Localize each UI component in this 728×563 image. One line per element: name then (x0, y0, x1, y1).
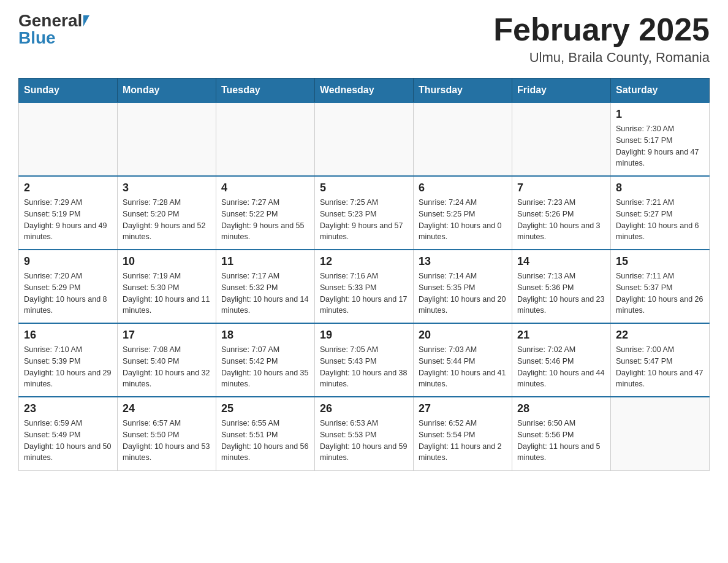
day-number: 22 (616, 329, 704, 342)
calendar-cell (118, 102, 216, 176)
week-row-2: 2Sunrise: 7:29 AMSunset: 5:19 PMDaylight… (19, 176, 710, 250)
header: General Blue February 2025 Ulmu, Braila … (18, 12, 710, 66)
day-number: 16 (24, 329, 112, 342)
day-number: 5 (320, 182, 408, 194)
calendar-cell: 22Sunrise: 7:00 AMSunset: 5:47 PMDayligh… (611, 323, 710, 397)
day-number: 19 (320, 329, 408, 342)
calendar-cell: 15Sunrise: 7:11 AMSunset: 5:37 PMDayligh… (611, 250, 710, 323)
day-info: Sunrise: 7:07 AMSunset: 5:42 PMDaylight:… (221, 344, 309, 390)
day-number: 18 (221, 329, 309, 342)
calendar-cell: 24Sunrise: 6:57 AMSunset: 5:50 PMDayligh… (118, 397, 216, 470)
calendar-cell: 10Sunrise: 7:19 AMSunset: 5:30 PMDayligh… (118, 250, 216, 323)
day-number: 14 (517, 255, 605, 268)
calendar-cell: 17Sunrise: 7:08 AMSunset: 5:40 PMDayligh… (118, 323, 216, 397)
calendar-table: SundayMondayTuesdayWednesdayThursdayFrid… (18, 78, 710, 471)
logo: General Blue (18, 12, 89, 47)
day-info: Sunrise: 7:25 AMSunset: 5:23 PMDaylight:… (320, 197, 408, 243)
calendar-cell: 27Sunrise: 6:52 AMSunset: 5:54 PMDayligh… (414, 397, 512, 470)
day-info: Sunrise: 7:14 AMSunset: 5:35 PMDaylight:… (419, 270, 507, 316)
calendar-cell: 4Sunrise: 7:27 AMSunset: 5:22 PMDaylight… (216, 176, 315, 250)
calendar-cell (315, 102, 414, 176)
day-number: 27 (419, 402, 507, 415)
day-info: Sunrise: 7:02 AMSunset: 5:46 PMDaylight:… (517, 344, 605, 390)
calendar-cell: 12Sunrise: 7:16 AMSunset: 5:33 PMDayligh… (315, 250, 414, 323)
calendar-cell: 6Sunrise: 7:24 AMSunset: 5:25 PMDaylight… (414, 176, 512, 250)
day-info: Sunrise: 7:08 AMSunset: 5:40 PMDaylight:… (123, 344, 211, 390)
day-number: 1 (616, 108, 704, 121)
day-number: 13 (419, 255, 507, 268)
day-header-wednesday: Wednesday (315, 79, 414, 103)
calendar-cell (19, 102, 118, 176)
calendar-cell: 11Sunrise: 7:17 AMSunset: 5:32 PMDayligh… (216, 250, 315, 323)
calendar-cell (512, 102, 611, 176)
title-area: February 2025 Ulmu, Braila County, Roman… (493, 12, 710, 66)
calendar-cell: 20Sunrise: 7:03 AMSunset: 5:44 PMDayligh… (414, 323, 512, 397)
calendar-subtitle: Ulmu, Braila County, Romania (493, 50, 710, 66)
day-info: Sunrise: 7:16 AMSunset: 5:33 PMDaylight:… (320, 270, 408, 316)
day-info: Sunrise: 7:05 AMSunset: 5:43 PMDaylight:… (320, 344, 408, 390)
calendar-cell: 5Sunrise: 7:25 AMSunset: 5:23 PMDaylight… (315, 176, 414, 250)
day-info: Sunrise: 7:21 AMSunset: 5:27 PMDaylight:… (616, 197, 704, 243)
calendar-cell: 8Sunrise: 7:21 AMSunset: 5:27 PMDaylight… (611, 176, 710, 250)
day-info: Sunrise: 7:29 AMSunset: 5:19 PMDaylight:… (24, 197, 112, 243)
calendar-cell (414, 102, 512, 176)
calendar-cell: 3Sunrise: 7:28 AMSunset: 5:20 PMDaylight… (118, 176, 216, 250)
day-info: Sunrise: 6:52 AMSunset: 5:54 PMDaylight:… (419, 418, 507, 464)
day-info: Sunrise: 7:20 AMSunset: 5:29 PMDaylight:… (24, 270, 112, 316)
logo-blue-text: Blue (18, 29, 56, 47)
calendar-title: February 2025 (493, 12, 710, 47)
day-number: 17 (123, 329, 211, 342)
day-number: 2 (24, 182, 112, 194)
day-number: 21 (517, 329, 605, 342)
day-info: Sunrise: 6:57 AMSunset: 5:50 PMDaylight:… (123, 418, 211, 464)
calendar-cell (216, 102, 315, 176)
calendar-cell: 18Sunrise: 7:07 AMSunset: 5:42 PMDayligh… (216, 323, 315, 397)
day-number: 10 (123, 255, 211, 268)
day-info: Sunrise: 7:00 AMSunset: 5:47 PMDaylight:… (616, 344, 704, 390)
day-info: Sunrise: 6:53 AMSunset: 5:53 PMDaylight:… (320, 418, 408, 464)
calendar-cell: 14Sunrise: 7:13 AMSunset: 5:36 PMDayligh… (512, 250, 611, 323)
day-header-saturday: Saturday (611, 79, 710, 103)
day-number: 26 (320, 402, 408, 415)
logo-triangle-icon (83, 15, 89, 26)
day-number: 24 (123, 402, 211, 415)
day-info: Sunrise: 7:30 AMSunset: 5:17 PMDaylight:… (616, 123, 704, 169)
calendar-cell: 13Sunrise: 7:14 AMSunset: 5:35 PMDayligh… (414, 250, 512, 323)
day-number: 25 (221, 402, 309, 415)
day-number: 4 (221, 182, 309, 194)
day-number: 8 (616, 182, 704, 194)
week-row-1: 1Sunrise: 7:30 AMSunset: 5:17 PMDaylight… (19, 102, 710, 176)
day-number: 7 (517, 182, 605, 194)
day-header-monday: Monday (118, 79, 216, 103)
day-number: 20 (419, 329, 507, 342)
logo-general-text: General (18, 12, 82, 29)
day-header-sunday: Sunday (19, 79, 118, 103)
day-number: 3 (123, 182, 211, 194)
day-info: Sunrise: 7:10 AMSunset: 5:39 PMDaylight:… (24, 344, 112, 390)
day-info: Sunrise: 7:17 AMSunset: 5:32 PMDaylight:… (221, 270, 309, 316)
week-row-3: 9Sunrise: 7:20 AMSunset: 5:29 PMDaylight… (19, 250, 710, 323)
day-info: Sunrise: 6:59 AMSunset: 5:49 PMDaylight:… (24, 418, 112, 464)
day-header-friday: Friday (512, 79, 611, 103)
day-number: 9 (24, 255, 112, 268)
day-info: Sunrise: 7:23 AMSunset: 5:26 PMDaylight:… (517, 197, 605, 243)
day-number: 6 (419, 182, 507, 194)
day-info: Sunrise: 7:28 AMSunset: 5:20 PMDaylight:… (123, 197, 211, 243)
calendar-cell: 25Sunrise: 6:55 AMSunset: 5:51 PMDayligh… (216, 397, 315, 470)
header-row: SundayMondayTuesdayWednesdayThursdayFrid… (19, 79, 710, 103)
day-header-thursday: Thursday (414, 79, 512, 103)
day-info: Sunrise: 7:19 AMSunset: 5:30 PMDaylight:… (123, 270, 211, 316)
calendar-cell: 2Sunrise: 7:29 AMSunset: 5:19 PMDaylight… (19, 176, 118, 250)
calendar-cell: 26Sunrise: 6:53 AMSunset: 5:53 PMDayligh… (315, 397, 414, 470)
day-info: Sunrise: 6:55 AMSunset: 5:51 PMDaylight:… (221, 418, 309, 464)
calendar-cell (611, 397, 710, 470)
calendar-cell: 23Sunrise: 6:59 AMSunset: 5:49 PMDayligh… (19, 397, 118, 470)
calendar-cell: 21Sunrise: 7:02 AMSunset: 5:46 PMDayligh… (512, 323, 611, 397)
day-number: 11 (221, 255, 309, 268)
calendar-cell: 9Sunrise: 7:20 AMSunset: 5:29 PMDaylight… (19, 250, 118, 323)
day-info: Sunrise: 7:27 AMSunset: 5:22 PMDaylight:… (221, 197, 309, 243)
day-number: 15 (616, 255, 704, 268)
day-info: Sunrise: 7:03 AMSunset: 5:44 PMDaylight:… (419, 344, 507, 390)
day-header-tuesday: Tuesday (216, 79, 315, 103)
day-number: 28 (517, 402, 605, 415)
